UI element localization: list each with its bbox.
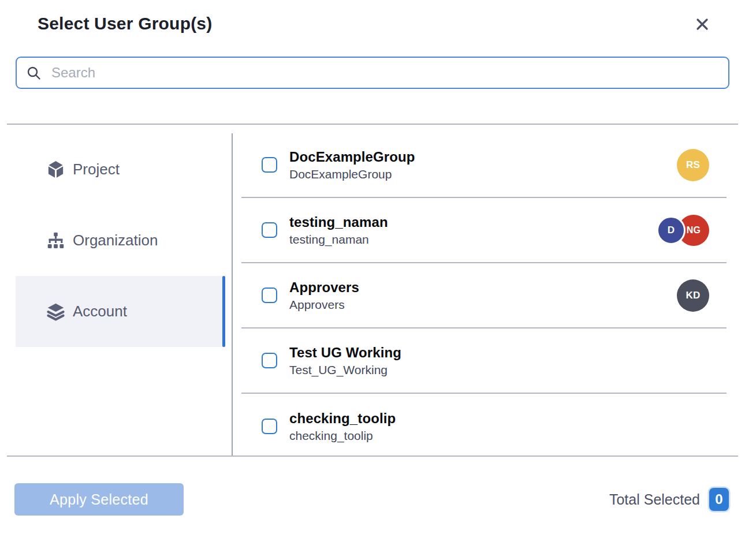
group-checkbox[interactable] bbox=[262, 157, 277, 173]
group-checkbox[interactable] bbox=[262, 222, 277, 238]
tab-project[interactable]: Project bbox=[16, 134, 225, 205]
group-text: checking_toolip checking_toolip bbox=[289, 410, 396, 443]
total-selected: Total Selected 0 bbox=[609, 488, 729, 511]
group-text: DocExampleGroup DocExampleGroup bbox=[289, 149, 415, 181]
group-avatars: RS bbox=[677, 149, 709, 181]
group-description: checking_toolip bbox=[289, 429, 396, 443]
group-row[interactable]: Approvers Approvers KD bbox=[241, 263, 727, 328]
sitemap-icon bbox=[46, 231, 65, 250]
group-list: DocExampleGroup DocExampleGroup RS testi… bbox=[241, 133, 727, 456]
group-avatars: D NG bbox=[657, 215, 709, 246]
search-box bbox=[16, 57, 729, 89]
avatar: KD bbox=[677, 279, 709, 312]
group-avatars: KD bbox=[677, 279, 709, 312]
dialog-header: Select User Group(s) bbox=[0, 0, 745, 33]
group-name: Approvers bbox=[289, 279, 359, 296]
group-text: testing_naman testing_naman bbox=[289, 214, 388, 247]
group-name: checking_toolip bbox=[289, 410, 396, 427]
group-checkbox[interactable] bbox=[262, 353, 277, 368]
group-name: DocExampleGroup bbox=[289, 149, 415, 165]
group-row[interactable]: DocExampleGroup DocExampleGroup RS bbox=[241, 133, 727, 198]
total-selected-badge: 0 bbox=[709, 488, 729, 511]
group-description: Test_UG_Working bbox=[289, 363, 401, 377]
search-input[interactable] bbox=[50, 64, 719, 81]
group-row[interactable]: testing_naman testing_naman D NG bbox=[241, 198, 727, 263]
dialog-title: Select User Group(s) bbox=[38, 14, 212, 33]
group-text: Approvers Approvers bbox=[289, 279, 359, 312]
scope-sidebar: Project Organization bbox=[0, 125, 232, 456]
tab-label: Organization bbox=[73, 232, 158, 249]
dialog-footer: Apply Selected Total Selected 0 bbox=[0, 457, 745, 516]
apply-selected-button[interactable]: Apply Selected bbox=[14, 483, 184, 516]
tab-organization[interactable]: Organization bbox=[16, 205, 225, 276]
group-name: Test UG Working bbox=[289, 345, 401, 361]
avatar: D bbox=[657, 216, 686, 245]
search-icon bbox=[26, 65, 42, 81]
group-row[interactable]: checking_toolip checking_toolip bbox=[241, 394, 727, 459]
group-name: testing_naman bbox=[289, 214, 388, 230]
group-text: Test UG Working Test_UG_Working bbox=[289, 345, 401, 377]
tab-label: Project bbox=[73, 160, 120, 178]
cube-icon bbox=[46, 160, 65, 179]
group-checkbox[interactable] bbox=[262, 288, 277, 303]
close-button[interactable] bbox=[693, 15, 712, 33]
sidebar-divider bbox=[232, 133, 233, 456]
tab-label: Account bbox=[73, 303, 127, 320]
group-checkbox[interactable] bbox=[262, 419, 277, 434]
close-icon bbox=[694, 25, 710, 34]
group-row[interactable]: Test UG Working Test_UG_Working bbox=[241, 328, 727, 394]
avatar: RS bbox=[677, 149, 709, 181]
layers-icon bbox=[46, 302, 65, 321]
total-selected-label: Total Selected bbox=[609, 491, 700, 508]
group-description: testing_naman bbox=[289, 233, 388, 247]
dialog-content: Project Organization bbox=[0, 125, 745, 456]
group-description: Approvers bbox=[289, 298, 359, 312]
group-description: DocExampleGroup bbox=[289, 167, 415, 181]
tab-account[interactable]: Account bbox=[16, 276, 225, 347]
